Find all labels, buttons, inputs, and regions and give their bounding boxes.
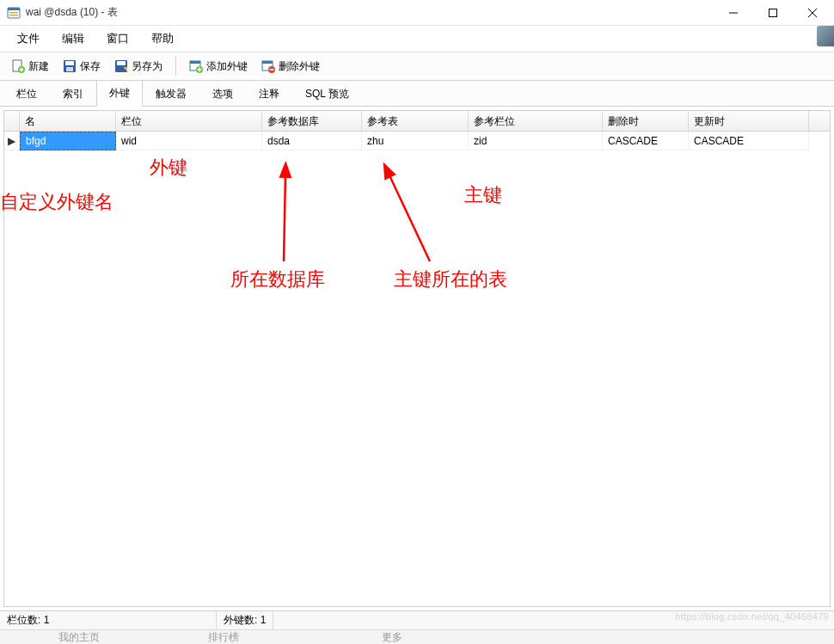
svg-rect-14 — [66, 67, 73, 71]
fk-grid: 名 栏位 参考数据库 参考表 参考栏位 删除时 更新时 ▶ bfgd wid d… — [3, 110, 831, 607]
window-title: wai @dsda (10) - 表 — [26, 5, 714, 20]
tab-options[interactable]: 选项 — [199, 81, 246, 107]
col-ref-field[interactable]: 参考栏位 — [469, 111, 603, 131]
tab-fields[interactable]: 栏位 — [3, 81, 50, 107]
new-button[interactable]: 新建 — [5, 56, 55, 77]
tab-comment[interactable]: 注释 — [246, 81, 292, 107]
save-button[interactable]: 保存 — [57, 56, 107, 77]
cell-on-update[interactable]: CASCADE — [689, 132, 809, 150]
menu-help[interactable]: 帮助 — [141, 28, 184, 50]
menubar: 文件 编辑 窗口 帮助 — [0, 26, 834, 52]
watermark: https://blog.csdn.net/qq_40468479 — [675, 611, 829, 622]
app-icon — [7, 6, 21, 20]
menu-file[interactable]: 文件 — [7, 28, 50, 50]
add-fk-label: 添加外键 — [206, 59, 248, 74]
toolbar-separator — [175, 57, 176, 76]
col-on-delete[interactable]: 删除时 — [603, 111, 689, 131]
new-label: 新建 — [28, 59, 49, 74]
saveas-label: 另存为 — [132, 59, 163, 74]
frag-more: 更多 — [366, 630, 418, 645]
external-tab-fragment: 我的主页 排行榜 更多 — [0, 629, 834, 644]
titlebar: wai @dsda (10) - 表 — [0, 0, 834, 26]
svg-rect-16 — [117, 61, 126, 65]
col-on-update[interactable]: 更新时 — [689, 111, 809, 131]
close-button[interactable] — [793, 0, 832, 26]
toolbar: 新建 保存 另存为 添加外键 删除外键 — [0, 52, 834, 81]
grid-header-marker — [4, 111, 20, 131]
svg-rect-23 — [262, 61, 273, 64]
cell-ref-db[interactable]: dsda — [262, 132, 362, 150]
frag-rank: 排行榜 — [193, 630, 254, 645]
frag-home: 我的主页 — [43, 630, 115, 645]
tabbar: 栏位 索引 外键 触发器 选项 注释 SQL 预览 — [0, 81, 834, 107]
col-field[interactable]: 栏位 — [116, 111, 262, 131]
save-icon — [63, 59, 77, 73]
status-field-count: 栏位数: 1 — [0, 611, 217, 629]
save-label: 保存 — [80, 59, 101, 74]
menu-edit[interactable]: 编辑 — [52, 28, 95, 50]
col-ref-table[interactable]: 参考表 — [362, 111, 469, 131]
del-fk-icon — [261, 59, 275, 73]
table-row[interactable]: ▶ bfgd wid dsda zhu zid CASCADE CASCADE — [4, 132, 830, 150]
cell-field[interactable]: wid — [116, 132, 262, 150]
add-fk-icon — [189, 59, 203, 73]
menu-window[interactable]: 窗口 — [96, 28, 139, 50]
maximize-button[interactable] — [753, 0, 793, 26]
new-icon — [11, 59, 25, 73]
svg-rect-13 — [65, 61, 74, 65]
del-fk-button[interactable]: 删除外键 — [255, 56, 326, 77]
del-fk-label: 删除外键 — [279, 59, 320, 74]
svg-rect-3 — [9, 15, 18, 16]
saveas-button[interactable]: 另存为 — [108, 56, 169, 77]
tab-indexes[interactable]: 索引 — [50, 81, 96, 107]
svg-rect-2 — [9, 12, 18, 14]
svg-rect-5 — [770, 9, 777, 16]
status-fk-count: 外键数: 1 — [217, 611, 273, 629]
add-fk-button[interactable]: 添加外键 — [183, 56, 254, 77]
minimize-button[interactable] — [714, 0, 753, 26]
cell-on-delete[interactable]: CASCADE — [603, 132, 689, 150]
tab-sql-preview[interactable]: SQL 预览 — [292, 81, 362, 107]
tab-foreign-keys[interactable]: 外键 — [96, 80, 143, 107]
grid-header: 名 栏位 参考数据库 参考表 参考栏位 删除时 更新时 — [4, 111, 830, 132]
avatar — [817, 26, 834, 46]
cell-ref-field[interactable]: zid — [469, 132, 603, 150]
row-marker-icon: ▶ — [4, 132, 20, 150]
cell-name[interactable]: bfgd — [20, 132, 116, 150]
saveas-icon — [114, 59, 128, 73]
col-name[interactable]: 名 — [20, 111, 116, 131]
cell-ref-table[interactable]: zhu — [362, 132, 469, 150]
svg-rect-1 — [8, 8, 20, 10]
tab-triggers[interactable]: 触发器 — [143, 81, 199, 107]
svg-rect-18 — [190, 61, 200, 64]
col-ref-db[interactable]: 参考数据库 — [262, 111, 362, 131]
